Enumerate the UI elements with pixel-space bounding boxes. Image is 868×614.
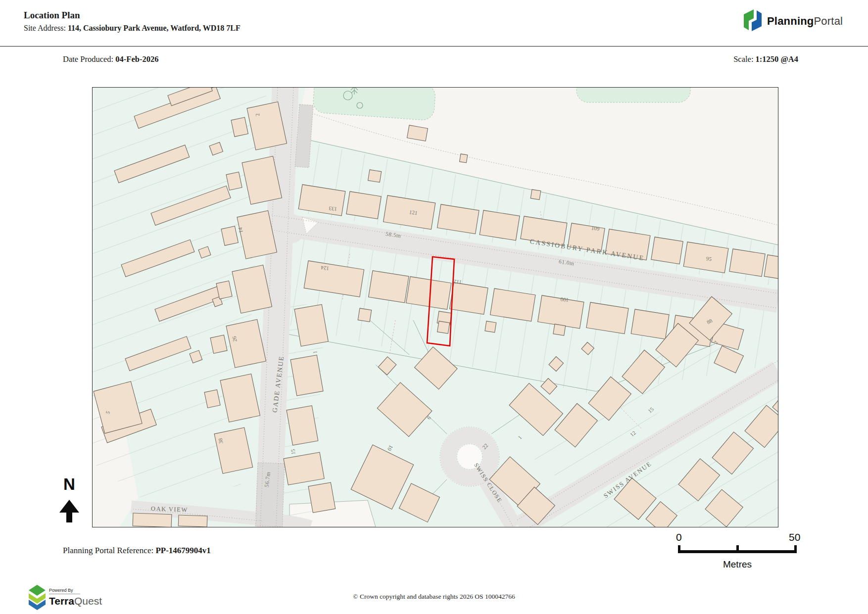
house-number-label: 2 — [255, 113, 261, 116]
site-address-label: Site Address: — [24, 24, 68, 32]
house-number-label: 1 — [517, 435, 523, 440]
date-produced: Date Produced: 04-Feb-2026 — [63, 54, 158, 64]
house-number-label: 26 — [232, 336, 238, 342]
north-indicator: N — [55, 475, 83, 524]
house-number-label: 38 — [218, 438, 224, 444]
scale-bar-unit: Metres — [678, 559, 797, 570]
house-number-label: 5 — [105, 410, 111, 415]
scale-bar-end: 50 — [789, 531, 800, 543]
location-plan-page: Location Plan Site Address: 114, Cassiob… — [0, 0, 868, 614]
scale-bar-start: 0 — [676, 531, 682, 543]
road-dimension-label: 61.0m — [558, 259, 575, 267]
street-name-label: OAK VIEW — [151, 506, 188, 513]
house-number-label: 133 — [329, 205, 338, 212]
house-number-label: 15 — [647, 406, 654, 414]
house-number-label: 100 — [560, 296, 569, 303]
scale-text: Scale: 1:1250 @A4 — [733, 54, 798, 64]
north-label: N — [55, 475, 83, 494]
street-name-label: SWISS CLOSE — [473, 462, 503, 504]
house-number-label: 95 — [706, 256, 712, 262]
house-number-label: 6 — [426, 415, 432, 421]
planning-reference-value: PP-14679904v1 — [155, 546, 210, 555]
house-number-label: 22 — [482, 443, 489, 451]
road-dimension-label: 56.7m — [264, 472, 271, 488]
road-dimension-label: 58.5m — [385, 231, 401, 239]
north-arrow-icon — [58, 500, 80, 522]
site-address-value: 114, Cassiobury Park Avenue, Watford, WD… — [68, 24, 241, 32]
planning-portal-logo-icon — [742, 9, 763, 34]
planning-reference: Planning Portal Reference: PP-14679904v1 — [63, 546, 211, 556]
wordmark-portal: Portal — [814, 15, 843, 27]
date-produced-label: Date Produced: — [63, 54, 115, 64]
copyright-notice: © Crown copyright and database rights 20… — [0, 593, 868, 601]
wordmark-planning: Planning — [767, 15, 814, 27]
house-number-label: 1 — [312, 350, 318, 354]
house-number-label: 121 — [409, 209, 418, 216]
scale-label: Scale: — [733, 54, 755, 64]
street-name-label: CASSIOBURY PARK AVENUE — [530, 238, 645, 262]
page-title: Location Plan — [24, 10, 80, 21]
street-name-label: GADE AVENUE — [271, 355, 285, 413]
planning-reference-label: Planning Portal Reference: — [63, 546, 155, 555]
site-address: Site Address: 114, Cassiobury Park Avenu… — [24, 24, 241, 33]
scale-bar-rule — [678, 545, 797, 554]
planning-portal-logo: PlanningPortal — [742, 9, 843, 34]
house-number-label: 10 — [386, 444, 394, 452]
house-number-label: 2 — [713, 340, 719, 345]
date-produced-value: 04-Feb-2026 — [115, 54, 158, 64]
street-name-label: SWISS AVENUE — [602, 460, 653, 499]
house-number-label: 15 — [290, 449, 296, 455]
map-labels-layer: CASSIOBURY PARK AVENUEGADE AVENUESWISS C… — [93, 88, 778, 527]
house-number-label: 12 — [629, 430, 637, 438]
house-number-label: 88 — [706, 318, 713, 325]
house-number-label: 112 — [453, 279, 462, 285]
house-number-label: 109 — [591, 225, 600, 232]
scale-value: 1:1250 @A4 — [756, 54, 798, 64]
planning-portal-wordmark: PlanningPortal — [767, 15, 843, 28]
house-number-label: 124 — [321, 265, 330, 271]
house-number-label: 14 — [238, 227, 244, 234]
location-plan-map: CASSIOBURY PARK AVENUEGADE AVENUESWISS C… — [92, 87, 778, 527]
header-divider — [0, 46, 868, 47]
